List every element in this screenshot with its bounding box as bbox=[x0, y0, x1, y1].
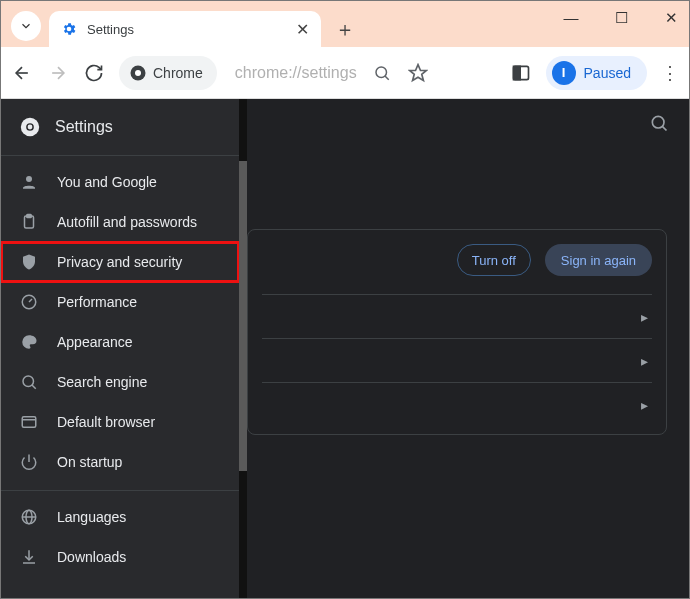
svg-point-11 bbox=[28, 125, 33, 130]
settings-main: Turn off Sign in again ▸ ▸ ▸ bbox=[247, 99, 689, 598]
card-row[interactable]: ▸ bbox=[262, 294, 652, 338]
sidebar-scrollbar-thumb[interactable] bbox=[239, 161, 247, 471]
sidebar-item-performance[interactable]: Performance bbox=[1, 282, 239, 322]
download-icon bbox=[19, 547, 39, 567]
window-controls: — ☐ ✕ bbox=[559, 9, 683, 27]
svg-line-28 bbox=[662, 126, 666, 130]
settings-search-button[interactable] bbox=[649, 113, 669, 133]
sidebar-item-label: You and Google bbox=[57, 174, 157, 190]
svg-point-12 bbox=[26, 176, 32, 182]
sidebar-item-label: On startup bbox=[57, 454, 122, 470]
chrome-logo-icon bbox=[129, 64, 147, 82]
sidebar-item-label: Search engine bbox=[57, 374, 147, 390]
globe-icon bbox=[19, 507, 39, 527]
settings-sidebar: Settings You and Google Autofill and pas… bbox=[1, 99, 239, 598]
sync-card: Turn off Sign in again ▸ ▸ ▸ bbox=[247, 229, 667, 435]
omnibox-chip-label: Chrome bbox=[153, 65, 203, 81]
speedometer-icon bbox=[19, 292, 39, 312]
gear-icon bbox=[61, 21, 77, 37]
svg-point-3 bbox=[135, 70, 141, 76]
sidebar-item-label: Performance bbox=[57, 294, 137, 310]
sidebar-item-label: Appearance bbox=[57, 334, 133, 350]
sidebar-title: Settings bbox=[55, 118, 113, 136]
svg-line-16 bbox=[29, 299, 32, 302]
sidebar-item-autofill[interactable]: Autofill and passwords bbox=[1, 202, 239, 242]
button-label: Sign in again bbox=[561, 253, 636, 268]
svg-marker-6 bbox=[409, 64, 426, 80]
back-button[interactable] bbox=[11, 62, 33, 84]
svg-line-18 bbox=[32, 385, 36, 389]
zoom-icon[interactable] bbox=[371, 62, 393, 84]
browser-tab[interactable]: Settings ✕ bbox=[49, 11, 321, 47]
maximize-button[interactable]: ☐ bbox=[609, 9, 633, 27]
tab-title: Settings bbox=[87, 22, 134, 37]
close-window-button[interactable]: ✕ bbox=[659, 9, 683, 27]
card-row[interactable]: ▸ bbox=[262, 338, 652, 382]
chrome-menu-button[interactable]: ⋮ bbox=[661, 62, 679, 84]
omnibox-site-chip[interactable]: Chrome bbox=[119, 56, 217, 90]
sidebar-item-default-browser[interactable]: Default browser bbox=[1, 402, 239, 442]
sidebar-header: Settings bbox=[1, 99, 239, 155]
paused-label: Paused bbox=[584, 65, 631, 81]
turn-off-button[interactable]: Turn off bbox=[457, 244, 531, 276]
tab-strip: Settings ✕ ＋ — ☐ ✕ bbox=[1, 1, 689, 47]
sidebar-item-label: Default browser bbox=[57, 414, 155, 430]
toolbar: Chrome chrome://settings I Paused ⋮ bbox=[1, 47, 689, 99]
tab-search-button[interactable] bbox=[11, 11, 41, 41]
sidebar-item-on-startup[interactable]: On startup bbox=[1, 442, 239, 482]
card-row[interactable]: ▸ bbox=[262, 382, 652, 426]
svg-point-17 bbox=[23, 376, 34, 387]
sidebar-item-label: Autofill and passwords bbox=[57, 214, 197, 230]
svg-rect-8 bbox=[513, 66, 520, 79]
clipboard-icon bbox=[19, 212, 39, 232]
svg-rect-14 bbox=[27, 215, 32, 218]
reload-button[interactable] bbox=[83, 62, 105, 84]
shield-icon bbox=[19, 252, 39, 272]
omnibox-url[interactable]: chrome://settings bbox=[235, 64, 357, 82]
profile-paused-chip[interactable]: I Paused bbox=[546, 56, 647, 90]
chrome-logo-icon bbox=[19, 116, 41, 138]
sidebar-item-you-and-google[interactable]: You and Google bbox=[1, 162, 239, 202]
sidebar-item-languages[interactable]: Languages bbox=[1, 497, 239, 537]
profile-avatar: I bbox=[552, 61, 576, 85]
power-icon bbox=[19, 452, 39, 472]
svg-line-5 bbox=[385, 76, 389, 80]
sidebar-wrap: Settings You and Google Autofill and pas… bbox=[1, 99, 247, 598]
sidebar-item-privacy-security[interactable]: Privacy and security bbox=[1, 242, 239, 282]
side-panel-icon[interactable] bbox=[510, 62, 532, 84]
button-label: Turn off bbox=[472, 253, 516, 268]
search-icon bbox=[19, 372, 39, 392]
sidebar-item-downloads[interactable]: Downloads bbox=[1, 537, 239, 577]
sidebar-item-appearance[interactable]: Appearance bbox=[1, 322, 239, 362]
sidebar-item-search-engine[interactable]: Search engine bbox=[1, 362, 239, 402]
chevron-right-icon: ▸ bbox=[641, 353, 648, 369]
svg-point-4 bbox=[376, 67, 387, 78]
browser-icon bbox=[19, 412, 39, 432]
close-icon[interactable]: ✕ bbox=[296, 20, 309, 39]
svg-rect-19 bbox=[22, 417, 36, 428]
new-tab-button[interactable]: ＋ bbox=[329, 13, 361, 45]
svg-point-27 bbox=[652, 116, 664, 128]
bookmark-star-icon[interactable] bbox=[407, 62, 429, 84]
chevron-right-icon: ▸ bbox=[641, 309, 648, 325]
settings-content: Settings You and Google Autofill and pas… bbox=[1, 99, 689, 598]
sidebar-item-label: Languages bbox=[57, 509, 126, 525]
forward-button[interactable] bbox=[47, 62, 69, 84]
palette-icon bbox=[19, 332, 39, 352]
sidebar-item-label: Downloads bbox=[57, 549, 126, 565]
chevron-right-icon: ▸ bbox=[641, 397, 648, 413]
sidebar-item-label: Privacy and security bbox=[57, 254, 182, 270]
minimize-button[interactable]: — bbox=[559, 9, 583, 27]
person-icon bbox=[19, 172, 39, 192]
sign-in-again-button[interactable]: Sign in again bbox=[545, 244, 652, 276]
